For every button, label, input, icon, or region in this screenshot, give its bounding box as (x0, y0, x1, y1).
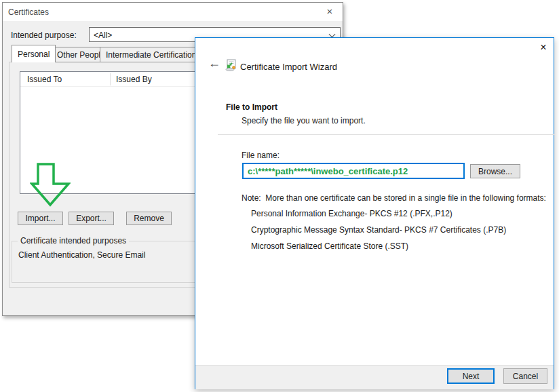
format-item-sst: Microsoft Serialized Certificate Store (… (251, 241, 408, 251)
purposes-value: Client Authentication, Secure Email (18, 250, 145, 260)
browse-button[interactable]: Browse... (470, 164, 520, 178)
purposes-groupbox-title: Certificate intended purposes (18, 236, 129, 246)
import-button[interactable]: Import... (18, 212, 63, 225)
format-item-pkcs12: Personal Information Exchange- PKCS #12 … (251, 209, 452, 218)
green-download-arrow-icon (30, 161, 71, 208)
wizard-heading: File to Import (226, 102, 277, 112)
certificates-title: Certificates (8, 7, 49, 17)
tab-personal-label: Personal (18, 50, 50, 59)
wizard-footer (195, 365, 554, 389)
intended-purpose-label: Intended purpose: (11, 31, 77, 40)
tab-other-people-label: Other People (57, 50, 105, 60)
next-button[interactable]: Next (447, 368, 495, 384)
wizard-title: Certificate Import Wizard (240, 62, 337, 72)
certificate-import-icon (225, 59, 237, 71)
header-separator (218, 134, 554, 135)
chevron-down-icon (329, 31, 336, 38)
certificates-titlebar[interactable]: Certificates × (3, 3, 343, 21)
certificates-close-icon[interactable]: × (324, 5, 336, 18)
tab-intermediate-label: Intermediate Certification A (106, 50, 204, 60)
file-name-label: File name: (242, 151, 280, 160)
wizard-subheading: Specify the file you want to import. (242, 116, 366, 125)
note-text: Note: More than one certificate can be s… (242, 193, 546, 203)
wizard-close-icon[interactable]: × (537, 41, 550, 54)
intended-purpose-value: <All> (94, 31, 112, 40)
certificate-import-wizard-dialog: × ← Certificate Import Wizard File to Im… (195, 37, 554, 389)
remove-button[interactable]: Remove (126, 212, 172, 225)
screen: Certificates × Intended purpose: <All> P… (0, 0, 559, 392)
format-item-pkcs7: Cryptographic Message Syntax Standard- P… (251, 225, 506, 235)
back-arrow-icon[interactable]: ← (208, 56, 220, 71)
export-button[interactable]: Export... (69, 212, 114, 225)
tab-personal[interactable]: Personal (12, 45, 56, 62)
file-name-input[interactable] (242, 163, 465, 179)
column-issued-by[interactable]: Issued By (111, 75, 152, 84)
column-issued-to[interactable]: Issued To (20, 75, 110, 84)
cancel-button[interactable]: Cancel (503, 368, 547, 384)
